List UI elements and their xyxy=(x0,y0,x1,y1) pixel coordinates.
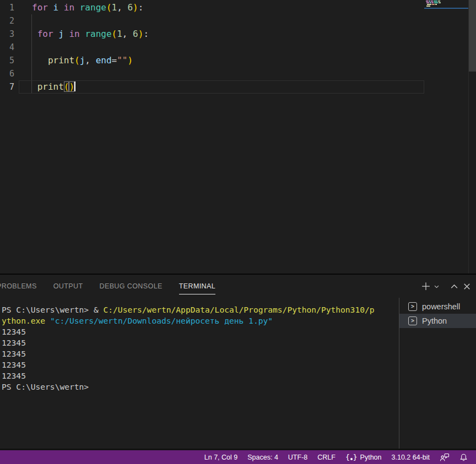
chevron-up-icon xyxy=(450,282,459,291)
scrollbar-thumb[interactable] xyxy=(469,0,476,72)
encoding-item[interactable]: UTF-8 xyxy=(283,450,312,464)
tab-terminal[interactable]: TERMINAL xyxy=(179,275,215,298)
maximize-panel-button[interactable] xyxy=(448,281,460,292)
terminal-item-python[interactable]: > Python xyxy=(399,314,476,328)
code-line[interactable]: 2 xyxy=(0,14,424,28)
code-text: print() xyxy=(14,80,75,94)
code-line[interactable]: 3 for j in range(1, 6): xyxy=(0,28,424,41)
terminal-line: PS C:\Users\wertn> & C:/Users/wertn/AppD… xyxy=(2,304,396,315)
editor-scrollbar[interactable] xyxy=(468,0,476,274)
indentation-item[interactable]: Spaces: 4 xyxy=(242,450,283,464)
terminal-icon: > xyxy=(408,302,417,311)
code-text: print(j, end="") xyxy=(14,54,133,67)
minimap[interactable] xyxy=(424,0,468,274)
minimap-code xyxy=(424,0,468,7)
code-line[interactable]: 7 print() xyxy=(0,80,424,94)
close-icon xyxy=(462,282,472,291)
minimap-line xyxy=(426,1,468,2)
terminal-line: 12345 xyxy=(2,326,396,337)
line-number: 4 xyxy=(0,41,14,54)
new-terminal-button[interactable] xyxy=(419,280,432,293)
panel-body: PS C:\Users\wertn> & C:/Users/wertn/AppD… xyxy=(0,298,476,449)
notifications-item[interactable] xyxy=(455,450,473,464)
editor-lines: 1for i in range(1, 6):23 for j in range(… xyxy=(0,1,424,94)
terminal-line: 12345 xyxy=(2,337,396,348)
terminal-item-powershell[interactable]: > powershell xyxy=(399,299,476,314)
python-interpreter-item[interactable]: 3.10.2 64-bit xyxy=(387,450,435,464)
line-number: 7 xyxy=(0,80,14,94)
minimap-line xyxy=(426,6,468,7)
terminal-icon: > xyxy=(408,316,417,325)
terminal-tabs-list: > powershell > Python xyxy=(399,298,476,449)
code-editor[interactable]: 1for i in range(1, 6):23 for j in range(… xyxy=(0,0,476,274)
status-bar: Ln 7, Col 9 Spaces: 4 UTF-8 CRLF {} Pyth… xyxy=(0,450,476,464)
terminal-line: ython.exe "c:/Users/wertn/Downloads/нейр… xyxy=(2,315,396,326)
plus-icon xyxy=(420,281,431,292)
bottom-panel: PROBLEMS OUTPUT DEBUG CONSOLE TERMINAL xyxy=(0,274,476,449)
line-number: 1 xyxy=(0,1,14,14)
panel-tabs: PROBLEMS OUTPUT DEBUG CONSOLE TERMINAL xyxy=(0,275,215,298)
terminal-line: 12345 xyxy=(2,359,396,370)
terminal-output[interactable]: PS C:\Users\wertn> & C:/Users/wertn/AppD… xyxy=(2,304,396,392)
launch-profile-button[interactable] xyxy=(432,282,441,291)
panel-actions xyxy=(419,275,473,298)
code-line[interactable]: 1for i in range(1, 6): xyxy=(0,1,424,14)
terminal-line: PS C:\Users\wertn> xyxy=(2,381,396,392)
text-cursor xyxy=(74,81,75,91)
panel-header: PROBLEMS OUTPUT DEBUG CONSOLE TERMINAL xyxy=(0,275,476,298)
minimap-line xyxy=(427,4,468,5)
terminal-item-label: powershell xyxy=(422,302,460,311)
cursor-position-item[interactable]: Ln 7, Col 9 xyxy=(199,450,242,464)
tab-problems[interactable]: PROBLEMS xyxy=(0,275,37,298)
code-line[interactable]: 5 print(j, end="") xyxy=(0,54,424,67)
code-line[interactable]: 6 xyxy=(0,67,424,80)
minimap-line xyxy=(426,2,468,3)
terminal-line: 12345 xyxy=(2,370,396,381)
feedback-item[interactable] xyxy=(435,450,455,464)
close-panel-button[interactable] xyxy=(461,281,473,292)
language-mode-item[interactable]: {} Python xyxy=(340,450,387,464)
line-number: 5 xyxy=(0,54,14,67)
code-text: for j in range(1, 6): xyxy=(14,28,149,41)
line-number: 2 xyxy=(0,14,14,28)
minimap-current-line-highlight xyxy=(424,8,468,9)
feedback-icon xyxy=(440,453,450,462)
line-number: 6 xyxy=(0,67,14,80)
bell-icon xyxy=(459,453,468,462)
eol-item[interactable]: CRLF xyxy=(312,450,340,464)
chevron-down-icon xyxy=(434,283,440,290)
language-label: Python xyxy=(360,454,382,461)
code-line[interactable]: 4 xyxy=(0,41,424,54)
line-number: 3 xyxy=(0,28,14,41)
terminal-item-label: Python xyxy=(422,316,447,325)
code-text: for i in range(1, 6): xyxy=(14,1,143,14)
tab-output[interactable]: OUTPUT xyxy=(53,275,83,298)
tab-debug-console[interactable]: DEBUG CONSOLE xyxy=(99,275,162,298)
terminal-line: 12345 xyxy=(2,348,396,359)
braces-icon: {} xyxy=(345,453,358,461)
